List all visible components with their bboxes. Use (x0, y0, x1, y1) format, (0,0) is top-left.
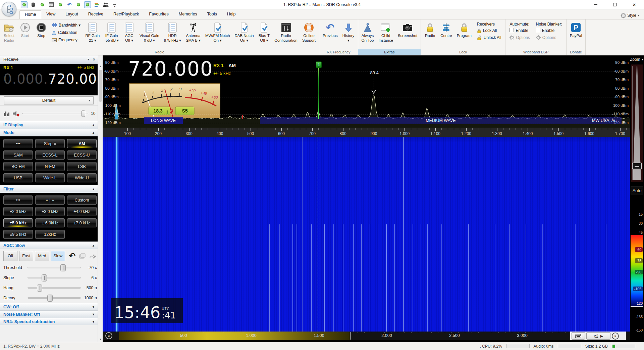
agc-button-slow[interactable]: Slow (51, 251, 65, 261)
filter-button-30khz[interactable]: ±3.0 kHz (35, 207, 65, 216)
waterfall-display[interactable]: 15:46 UTC :41 (103, 137, 630, 332)
speaker-mute-icon[interactable] (12, 111, 19, 117)
filter-button-60khz[interactable]: ± 6.0kHz (35, 218, 65, 227)
filter-button-95khz[interactable]: ±9.5 kHz (3, 230, 33, 239)
decay-slider-handle[interactable] (47, 295, 53, 302)
tab-view[interactable]: View (41, 10, 60, 19)
zoom-slider[interactable] (631, 64, 643, 182)
lock-program-button[interactable]: Program (455, 21, 474, 39)
zoom-header[interactable]: Zoom ▼ (630, 55, 644, 63)
history-button[interactable]: History▾ (340, 21, 357, 43)
close-button[interactable]: ✕ (625, 0, 644, 9)
tab-receive[interactable]: Receive (83, 10, 108, 19)
filter-button-custom[interactable]: Custom (67, 195, 97, 205)
qa-toggle-5-icon[interactable] (84, 1, 91, 8)
mode-button-bcfm[interactable]: BC-FM (3, 162, 33, 171)
if-gain-button[interactable]: IF Gain-55 dB ▾ (102, 21, 121, 43)
frequency-ruler[interactable]: 1002003004005006007008009001.0001.1001.2… (103, 128, 630, 137)
filter-button-40khz[interactable]: ±4.0 kHz (67, 207, 97, 216)
stop-button[interactable]: Stop (34, 21, 49, 39)
start-button[interactable]: Start (17, 21, 33, 39)
previous-button[interactable]: ↶Previous (321, 21, 340, 39)
frequency-readout[interactable]: 0.000.720.000 (3, 72, 94, 86)
slope-slider-handle[interactable] (42, 274, 47, 281)
qa-toggle-4-icon[interactable] (75, 1, 82, 8)
auto-mute-enable-checkbox[interactable]: Enable (509, 28, 530, 34)
tab-memories[interactable]: Memories (174, 10, 202, 19)
filter-section[interactable]: Filter ▲ (0, 185, 98, 193)
agc-button-fast[interactable]: Fast (19, 251, 33, 261)
lock-centre-button[interactable]: Centre (438, 21, 454, 39)
dab-notch-button[interactable]: DAB NotchOn ▾ (232, 21, 256, 43)
qa-legend-icon[interactable] (93, 1, 100, 8)
qa-toggle-3-icon[interactable] (57, 1, 64, 8)
volume-slider-handle[interactable] (82, 111, 85, 117)
mode-button-lsb[interactable]: LSB (67, 162, 97, 171)
equalizer-icon[interactable] (3, 111, 9, 116)
qa-overflow-icon[interactable]: ▾ (111, 0, 118, 9)
qa-users-icon[interactable] (102, 1, 109, 8)
waterfall-color-scale[interactable]: -15-30-45-60-75-90-105-120-135-150 (630, 195, 644, 342)
mode-button-widel[interactable]: Wide-L (35, 173, 65, 182)
tab-favourites[interactable]: Favourites (144, 10, 173, 19)
hang-slider-handle[interactable] (37, 285, 42, 292)
radio-configuration-button[interactable]: RadioConfiguration (272, 21, 299, 43)
section-noise-blanker[interactable]: Noise Blanker: Off▼ (0, 310, 98, 318)
qa-database-icon[interactable] (30, 1, 37, 8)
tab-home[interactable]: Home (19, 10, 41, 19)
agc-button-off[interactable]: Off (3, 251, 17, 261)
child-instance-button[interactable]: ChildInstance (376, 21, 395, 43)
style-selector[interactable]: Style ▾ (621, 13, 639, 18)
agc-graph-icon[interactable] (90, 253, 96, 259)
maximize-button[interactable] (605, 0, 625, 9)
keyboard-entry-button[interactable] (572, 332, 585, 340)
qa-undo-icon[interactable]: ↶ (66, 1, 73, 8)
minimize-button[interactable] (586, 0, 605, 9)
decay-slider[interactable] (28, 297, 81, 299)
calibration-button[interactable]: Calibration (52, 29, 80, 36)
if-display-section[interactable]: IF Display ▲ (0, 121, 98, 129)
undo-icon[interactable]: ↶ (69, 252, 75, 260)
qa-toggle-2-icon[interactable] (39, 1, 46, 8)
select-radio-button[interactable]: SelectRadio (1, 21, 17, 43)
mode-button-step[interactable]: Step ≡ (35, 139, 65, 148)
scroll-right-button[interactable]: » (612, 333, 619, 340)
online-support-button[interactable]: OnlineSupport (300, 21, 318, 43)
mode-button-usb[interactable]: USB (3, 173, 33, 182)
visual-gain-button[interactable]: Visual Gain0 dB ▾ (138, 21, 161, 43)
lock-radio-button[interactable]: Radio (422, 21, 438, 39)
spectrum-display[interactable]: 720.000 RX 1AM +/- 5 kHz 13579+20+40+601… (103, 59, 630, 128)
auto-range-button[interactable]: Auto (631, 186, 643, 194)
qa-window-icon[interactable] (48, 1, 55, 8)
scroll-down-icon[interactable]: ▼ (98, 337, 103, 342)
tab-layout[interactable]: Layout (60, 10, 83, 19)
mode-button-ecssl[interactable]: ECSS-L (35, 150, 65, 160)
section-cw[interactable]: CW: Off▼ (0, 303, 98, 310)
paypal-button[interactable]: PPayPal (568, 21, 584, 39)
scrollbar-thumb[interactable] (99, 70, 102, 102)
mode-button-[interactable]: ••• (3, 139, 33, 148)
slope-slider[interactable] (28, 277, 81, 278)
app-menu-orb[interactable] (2, 2, 16, 16)
filter-button-[interactable]: « | » (35, 195, 65, 205)
agc-section[interactable]: AGC: Slow ▲ (0, 242, 98, 249)
section-nr4[interactable]: NR4: Spectral subtraction▼ (0, 318, 98, 325)
copy-settings-icon[interactable] (79, 253, 86, 259)
filter-button-50khz[interactable]: ±5.0 kHz (3, 218, 33, 227)
bandwidth-button[interactable]: Bandwidth ▾ (52, 22, 80, 28)
agc-ribbon-button[interactable]: AGCOff ▾ (121, 21, 137, 43)
mode-button-nfm[interactable]: N-FM (35, 162, 65, 171)
hdr-button[interactable]: HDR875 kHz ▾ (162, 21, 183, 43)
tab-help[interactable]: Help (222, 10, 241, 19)
filter-button-12khz[interactable]: 12kHz (35, 230, 65, 239)
unlock-all-button[interactable]: Unlock All (477, 35, 501, 41)
qa-toggle-1-icon[interactable] (21, 1, 28, 8)
zoom-x2-button[interactable]: x2 ▶ (586, 332, 610, 340)
filter-button-[interactable]: ••• (3, 195, 33, 205)
filter-button-20khz[interactable]: ±2.0 kHz (3, 207, 33, 216)
mode-button-sam[interactable]: SAM (3, 150, 33, 160)
screenshot-button[interactable]: Screenshot (396, 21, 419, 39)
mode-button-ecssu[interactable]: ECSS-U (67, 150, 97, 160)
always-on-top-button[interactable]: AlwaysOn Top (360, 21, 376, 43)
agc-button-med[interactable]: Med (35, 251, 49, 261)
